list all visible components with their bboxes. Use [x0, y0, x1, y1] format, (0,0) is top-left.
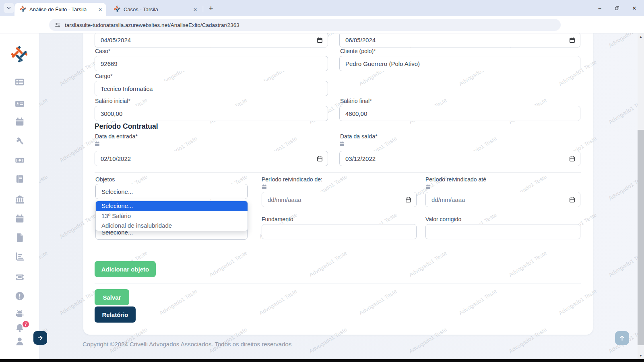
scrollbar-up-arrow[interactable]: ▲	[638, 34, 644, 39]
date-picker-icon[interactable]	[569, 156, 575, 162]
scrollbar-down-arrow[interactable]: ▼	[638, 353, 644, 358]
calendar-small-icon	[339, 141, 345, 148]
sidebar-expand-button[interactable]	[33, 331, 47, 345]
cliente-value: Pedro Guerrero (Polo Ativo)	[345, 60, 420, 67]
data-entrada-label: Data da entrada*	[95, 133, 138, 140]
data-saida-input[interactable]: 03/12/2022	[339, 151, 580, 166]
caso-input[interactable]: 92669	[95, 56, 328, 71]
salvar-button[interactable]: Salvar	[95, 289, 129, 305]
restore-icon	[615, 6, 619, 10]
date-placeholder: dd/mm/aaaa	[431, 196, 569, 203]
date-picker-icon[interactable]	[317, 37, 323, 43]
close-tab-icon[interactable]: ✕	[193, 7, 197, 12]
site-settings-icon	[55, 22, 61, 28]
fundamento-input[interactable]	[262, 224, 417, 239]
tarsila-logo-icon[interactable]	[11, 46, 27, 62]
date-picker-icon[interactable]	[405, 197, 411, 203]
objetos-select[interactable]: Selecione...	[95, 184, 248, 199]
cliente-label: Cliente (polo)*	[340, 48, 376, 54]
sidebar-item-money-icon[interactable]	[15, 155, 25, 165]
url-text: tarsilasuite-tudonatarsila.azurewebsites…	[65, 22, 239, 28]
cargo-input[interactable]: Tecnico Informatica	[95, 81, 328, 96]
caso-label: Caso*	[95, 48, 110, 54]
dropdown-option[interactable]: 13º Salário	[96, 211, 248, 221]
sidebar-item-idcard-icon[interactable]	[15, 99, 25, 109]
window-close-button[interactable]: ✕	[625, 0, 643, 16]
scroll-to-top-button[interactable]	[615, 331, 629, 345]
sidebar-item-android-icon[interactable]	[15, 309, 25, 319]
salario-final-label: Salário final*	[340, 98, 372, 104]
notification-badge: 7	[23, 321, 29, 327]
date-picker-icon[interactable]	[569, 197, 575, 203]
sidebar-item-gavel-icon[interactable]	[15, 136, 25, 146]
salario-inicial-label: Salário inicial*	[95, 98, 130, 104]
calendar-small-icon	[262, 184, 267, 191]
data-entrada-value: 02/10/2022	[101, 155, 317, 162]
sidebar-item-ticket-icon[interactable]	[15, 272, 25, 282]
cliente-input[interactable]: Pedro Guerrero (Polo Ativo)	[339, 56, 580, 71]
date-input-top-right[interactable]: 06/05/2024	[339, 32, 580, 47]
window-minimize-button[interactable]: –	[591, 0, 609, 16]
tab-casos[interactable]: Casos - Tarsila ✕	[109, 3, 201, 16]
bottom-edge-bar	[0, 359, 644, 362]
salario-final-input[interactable]: 4800,00	[339, 106, 580, 121]
window-restore-button[interactable]	[608, 0, 626, 16]
sidebar-item-calendar-alt-icon[interactable]	[15, 214, 25, 224]
date-value: 04/05/2024	[101, 37, 317, 43]
chevron-down-icon	[6, 5, 12, 11]
cargo-value: Tecnico Informatica	[101, 85, 153, 92]
arrow-up-icon	[619, 335, 625, 341]
periodo-de-label: Período reivindicado de:	[262, 176, 322, 183]
salario-inicial-input[interactable]: 3000,00	[95, 106, 328, 121]
sidebar-item-file-icon[interactable]	[15, 232, 25, 242]
sidebar-item-alert-icon[interactable]	[15, 291, 25, 301]
tab-title: Análise de Êxito - Tarsila	[29, 6, 94, 12]
valor-corrigido-input[interactable]	[425, 224, 580, 239]
date-input-top-left[interactable]: 04/05/2024	[95, 32, 328, 47]
objetos-label: Objetos	[95, 176, 115, 183]
close-tab-icon[interactable]: ✕	[98, 7, 102, 12]
sidebar-item-chart-icon[interactable]	[15, 252, 25, 261]
objetos-select-value: Selecione...	[101, 188, 133, 195]
objetos-dropdown: Selecione...13º SalárioAdicional de insa…	[95, 201, 248, 231]
sidebar-item-user-icon[interactable]	[15, 336, 25, 346]
url-bar[interactable]: tarsilasuite-tudonatarsila.azurewebsites…	[49, 19, 561, 31]
periodo-ate-label: Período reivindicado até	[425, 176, 486, 183]
relatorio-button[interactable]: Relatório	[95, 306, 136, 323]
dropdown-option[interactable]: Selecione...	[96, 201, 248, 211]
data-entrada-input[interactable]: 02/10/2022	[95, 151, 328, 166]
section-heading: Período Contratual	[95, 122, 158, 131]
periodo-de-input[interactable]: dd/mm/aaaa	[262, 192, 417, 207]
dropdown-option[interactable]: Adicional de insalubridade	[96, 221, 248, 231]
scrollbar-thumb[interactable]	[638, 130, 644, 345]
periodo-ate-input[interactable]: dd/mm/aaaa	[425, 192, 580, 207]
caso-value: 92669	[101, 60, 118, 67]
tab-separator	[203, 6, 203, 12]
data-saida-value: 03/12/2022	[345, 155, 569, 162]
sidebar-item-calendar-icon[interactable]	[15, 117, 25, 127]
cargo-label: Cargo*	[95, 73, 113, 79]
salario-inicial-value: 3000,00	[101, 110, 122, 117]
tab-analise-exito[interactable]: Análise de Êxito - Tarsila ✕	[14, 3, 106, 16]
sidebar-item-book-icon[interactable]	[15, 174, 25, 184]
date-picker-icon[interactable]	[317, 156, 323, 162]
button-divider	[95, 284, 581, 284]
browser-tab-strip: Análise de Êxito - Tarsila ✕ Casos - Tar…	[0, 0, 644, 16]
date-picker-icon[interactable]	[569, 37, 575, 43]
salario-final-value: 4800,00	[345, 110, 367, 117]
date-placeholder: dd/mm/aaaa	[268, 196, 405, 203]
tarsila-favicon-icon	[114, 6, 120, 13]
calendar-small-icon	[425, 184, 431, 191]
date-value: 06/05/2024	[345, 37, 569, 43]
adicionar-objeto-button[interactable]: Adicionar objeto	[95, 261, 156, 277]
data-saida-label: Data da saída*	[340, 133, 378, 140]
tab-search-chevron-button[interactable]	[4, 3, 14, 13]
section-divider	[95, 173, 581, 173]
arrow-right-icon	[37, 335, 43, 341]
valor-corrigido-label: Valor corrigido	[425, 216, 461, 222]
new-tab-button[interactable]: +	[206, 4, 216, 13]
sidebar-item-table-icon[interactable]	[15, 77, 25, 87]
fundamento-label: Fundamento	[262, 216, 293, 222]
sidebar-item-bank-icon[interactable]	[15, 195, 25, 204]
copyright-text: Copyright ©2024 Crivelli Advogados Assoc…	[83, 341, 291, 348]
